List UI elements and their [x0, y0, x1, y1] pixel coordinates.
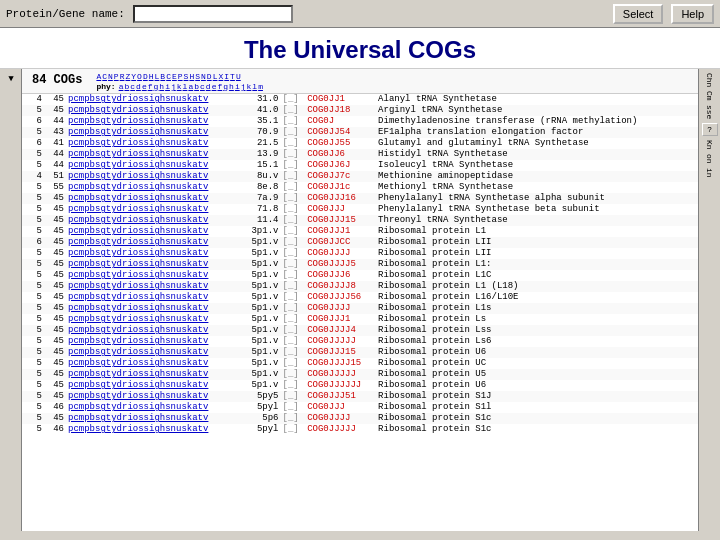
phylo-letter-P2[interactable]: P [178, 72, 183, 81]
phylo-letter-U[interactable]: U [236, 72, 241, 81]
col-cogid[interactable]: COG0JJJJJ [305, 336, 376, 347]
col-gene[interactable]: pcmpbsgtydriossighsnuskatv [66, 391, 243, 402]
phylo-bot-d2[interactable]: d [206, 82, 211, 91]
phylo-letter-Z[interactable]: Z [125, 72, 130, 81]
phylo-bot-a2[interactable]: a [188, 82, 193, 91]
col-cogid[interactable]: COG0J [305, 116, 376, 127]
help-button[interactable]: Help [671, 4, 714, 24]
phylo-bot-h2[interactable]: h [229, 82, 234, 91]
col-cogid[interactable]: COG0JJCC [305, 237, 376, 248]
phylo-letter-H[interactable]: H [149, 72, 154, 81]
select-button[interactable]: Select [613, 4, 664, 24]
phylo-bot-b[interactable]: b [124, 82, 129, 91]
col-cogid[interactable]: COG0JJJ1 [305, 226, 376, 237]
phylo-letter-T[interactable]: T [230, 72, 235, 81]
col-gene[interactable]: pcmpbsgtydriossighsnuskatv [66, 193, 243, 204]
phylo-bot-d[interactable]: d [136, 82, 141, 91]
phylo-letter-E[interactable]: E [172, 72, 177, 81]
col-cogid[interactable]: COG0JJJJJ [305, 369, 376, 380]
phylo-letter-A[interactable]: A [96, 72, 101, 81]
col-cogid[interactable]: COG0JJJ [305, 204, 376, 215]
col-cogid[interactable]: COG0JJJJ15 [305, 358, 376, 369]
col-cogid[interactable]: COG0JJJJ5 [305, 259, 376, 270]
col-cogid[interactable]: COG0JJ6 [305, 149, 376, 160]
col-cogid[interactable]: COG0JJJJ [305, 248, 376, 259]
phylo-bot-e[interactable]: e [142, 82, 147, 91]
content-area[interactable]: 84 COGs A C N P R Z Y O D H L B C E [22, 69, 698, 531]
col-gene[interactable]: pcmpbsgtydriossighsnuskatv [66, 270, 243, 281]
col-gene[interactable]: pcmpbsgtydriossighsnuskatv [66, 413, 243, 424]
col-cogid[interactable]: COG0JJJ16 [305, 193, 376, 204]
phylo-letter-N2[interactable]: N [201, 72, 206, 81]
phylo-letter-N[interactable]: N [108, 72, 113, 81]
col-gene[interactable]: pcmpbsgtydriossighsnuskatv [66, 204, 243, 215]
phylo-bot-j[interactable]: j [171, 82, 176, 91]
col-gene[interactable]: pcmpbsgtydriossighsnuskatv [66, 127, 243, 138]
phylo-bot-i[interactable]: i [165, 82, 170, 91]
phylo-letter-D2[interactable]: D [207, 72, 212, 81]
col-gene[interactable]: pcmpbsgtydriossighsnuskatv [66, 116, 243, 127]
col-gene[interactable]: pcmpbsgtydriossighsnuskatv [66, 237, 243, 248]
col-cogid[interactable]: COG0JJJ15 [305, 215, 376, 226]
phylo-letter-C[interactable]: C [102, 72, 107, 81]
col-gene[interactable]: pcmpbsgtydriossighsnuskatv [66, 303, 243, 314]
phylo-bot-b2[interactable]: b [194, 82, 199, 91]
col-gene[interactable]: pcmpbsgtydriossighsnuskatv [66, 347, 243, 358]
col-gene[interactable]: pcmpbsgtydriossighsnuskatv [66, 171, 243, 182]
col-gene[interactable]: pcmpbsgtydriossighsnuskatv [66, 325, 243, 336]
col-cogid[interactable]: COG0JJ7c [305, 171, 376, 182]
col-cogid[interactable]: COG0JJJJ [305, 413, 376, 424]
phylo-bot-f[interactable]: f [148, 82, 153, 91]
col-gene[interactable]: pcmpbsgtydriossighsnuskatv [66, 259, 243, 270]
phylo-letter-X[interactable]: X [218, 72, 223, 81]
phylo-bot-j2[interactable]: j [241, 82, 246, 91]
col-gene[interactable]: pcmpbsgtydriossighsnuskatv [66, 292, 243, 303]
col-gene[interactable]: pcmpbsgtydriossighsnuskatv [66, 226, 243, 237]
phylo-bot-f2[interactable]: f [217, 82, 222, 91]
col-cogid[interactable]: COG0JJJ1 [305, 314, 376, 325]
phylo-bot-g2[interactable]: g [223, 82, 228, 91]
col-gene[interactable]: pcmpbsgtydriossighsnuskatv [66, 182, 243, 193]
col-cogid[interactable]: COG0JJJ15 [305, 347, 376, 358]
phylo-bot-h[interactable]: h [159, 82, 164, 91]
col-cogid[interactable]: COG0JJJ6 [305, 270, 376, 281]
phylo-bot-l[interactable]: l [183, 82, 188, 91]
phylo-bot-k2[interactable]: k [247, 82, 252, 91]
phylo-letter-H2[interactable]: H [189, 72, 194, 81]
col-cogid[interactable]: COG0JJ54 [305, 127, 376, 138]
phylo-bot-c2[interactable]: c [200, 82, 205, 91]
col-gene[interactable]: pcmpbsgtydriossighsnuskatv [66, 138, 243, 149]
col-gene[interactable]: pcmpbsgtydriossighsnuskatv [66, 380, 243, 391]
col-gene[interactable]: pcmpbsgtydriossighsnuskatv [66, 336, 243, 347]
phylo-letter-Y[interactable]: Y [131, 72, 136, 81]
phylo-bot-i2[interactable]: i [235, 82, 240, 91]
col-gene[interactable]: pcmpbsgtydriossighsnuskatv [66, 149, 243, 160]
col-gene[interactable]: pcmpbsgtydriossighsnuskatv [66, 424, 243, 435]
phylo-letter-B[interactable]: B [160, 72, 165, 81]
col-cogid[interactable]: COG0JJJJ8 [305, 281, 376, 292]
col-cogid[interactable]: COG0JJJ51 [305, 391, 376, 402]
phylo-bot-g[interactable]: g [154, 82, 159, 91]
col-cogid[interactable]: COG0JJJJJ [305, 424, 376, 435]
phylo-bot-e2[interactable]: e [212, 82, 217, 91]
col-gene[interactable]: pcmpbsgtydriossighsnuskatv [66, 369, 243, 380]
phylo-bot-m[interactable]: m [258, 82, 263, 91]
phylo-bot-l2[interactable]: l [252, 82, 257, 91]
col-gene[interactable]: pcmpbsgtydriossighsnuskatv [66, 105, 243, 116]
col-cogid[interactable]: COG0JJJJ56 [305, 292, 376, 303]
col-gene[interactable]: pcmpbsgtydriossighsnuskatv [66, 281, 243, 292]
col-gene[interactable]: pcmpbsgtydriossighsnuskatv [66, 160, 243, 171]
sidebar-btn[interactable]: ? [702, 123, 718, 136]
phylo-letter-O[interactable]: O [137, 72, 142, 81]
col-gene[interactable]: pcmpbsgtydriossighsnuskatv [66, 314, 243, 325]
phylo-letter-I[interactable]: I [224, 72, 229, 81]
col-gene[interactable]: pcmpbsgtydriossighsnuskatv [66, 248, 243, 259]
phylo-bot-a[interactable]: a [119, 82, 124, 91]
phylo-letter-L[interactable]: L [155, 72, 160, 81]
phylo-bot-k[interactable]: k [177, 82, 182, 91]
phylo-letter-S[interactable]: S [184, 72, 189, 81]
col-cogid[interactable]: COG0JJ55 [305, 138, 376, 149]
col-cogid[interactable]: COG0JJ1c [305, 182, 376, 193]
phylo-letter-R[interactable]: R [120, 72, 125, 81]
phylo-letter-L2[interactable]: L [213, 72, 218, 81]
